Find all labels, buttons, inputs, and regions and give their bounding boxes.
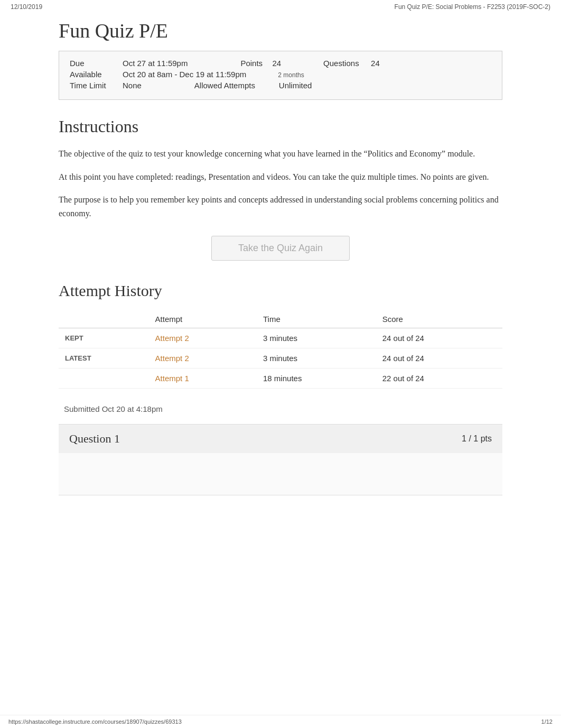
questions-label: Questions bbox=[323, 59, 371, 68]
attempt-history-title: Attempt History bbox=[59, 282, 502, 300]
main-content: Fun Quiz P/E Due Oct 27 at 11:59pm Point… bbox=[43, 14, 518, 527]
attempt1-link[interactable]: Attempt 1 bbox=[155, 374, 189, 383]
instructions-title: Instructions bbox=[59, 117, 502, 136]
row3-score: 22 out of 24 bbox=[376, 368, 502, 389]
table-header-row: Attempt Time Score bbox=[59, 310, 502, 328]
top-bar-title: Fun Quiz P/E: Social Problems - F2253 (2… bbox=[395, 3, 550, 11]
row1-label: KEPT bbox=[59, 328, 149, 348]
attempt-history-table: Attempt Time Score KEPT Attempt 2 3 minu… bbox=[59, 310, 502, 389]
question-body bbox=[59, 453, 502, 495]
row1-score: 24 out of 24 bbox=[376, 328, 502, 348]
submitted-text: Submitted Oct 20 at 4:18pm bbox=[59, 404, 502, 413]
meta-row-timelimit: Time Limit None Allowed Attempts Unlimit… bbox=[70, 81, 491, 90]
meta-row-available: Available Oct 20 at 8am - Dec 19 at 11:5… bbox=[70, 70, 491, 79]
table-row: Attempt 1 18 minutes 22 out of 24 bbox=[59, 368, 502, 389]
col-time: Time bbox=[257, 310, 376, 328]
questions-value: 24 bbox=[371, 59, 380, 68]
time-limit-label: Time Limit bbox=[70, 81, 123, 90]
instructions-p1: The objective of the quiz to test your k… bbox=[59, 147, 502, 161]
top-bar: 12/10/2019 Fun Quiz P/E: Social Problems… bbox=[0, 0, 561, 14]
row2-attempt: Attempt 2 bbox=[149, 348, 257, 368]
instructions-p3: The purpose is to help you remember key … bbox=[59, 193, 502, 220]
row3-label bbox=[59, 368, 149, 389]
attempt2-link-latest[interactable]: Attempt 2 bbox=[155, 354, 189, 363]
question-title: Question 1 bbox=[69, 432, 120, 446]
points-label: Points bbox=[240, 59, 272, 68]
row2-time: 3 minutes bbox=[257, 348, 376, 368]
instructions-p2: At this point you have completed: readin… bbox=[59, 170, 502, 184]
col-score: Score bbox=[376, 310, 502, 328]
take-quiz-btn-wrap: Take the Quiz Again bbox=[59, 236, 502, 261]
available-note: 2 months bbox=[278, 71, 304, 79]
quiz-title: Fun Quiz P/E bbox=[59, 19, 502, 42]
row3-time: 18 minutes bbox=[257, 368, 376, 389]
available-value: Oct 20 at 8am - Dec 19 at 11:59pm bbox=[123, 70, 246, 79]
col-label bbox=[59, 310, 149, 328]
meta-row-due: Due Oct 27 at 11:59pm Points 24 Question… bbox=[70, 59, 491, 68]
question-pts: 1 / 1 pts bbox=[462, 434, 492, 444]
question-header: Question 1 1 / 1 pts bbox=[59, 424, 502, 453]
take-quiz-button[interactable]: Take the Quiz Again bbox=[211, 236, 350, 261]
allowed-attempts-label: Allowed Attempts bbox=[194, 81, 279, 90]
row3-attempt: Attempt 1 bbox=[149, 368, 257, 389]
col-attempt: Attempt bbox=[149, 310, 257, 328]
row2-label: LATEST bbox=[59, 348, 149, 368]
row2-score: 24 out of 24 bbox=[376, 348, 502, 368]
quiz-meta-box: Due Oct 27 at 11:59pm Points 24 Question… bbox=[59, 51, 502, 100]
attempt2-link-kept[interactable]: Attempt 2 bbox=[155, 334, 189, 343]
due-label: Due bbox=[70, 59, 123, 68]
time-limit-value: None bbox=[123, 81, 142, 90]
available-label: Available bbox=[70, 70, 123, 79]
row1-attempt: Attempt 2 bbox=[149, 328, 257, 348]
top-bar-date: 12/10/2019 bbox=[11, 3, 42, 11]
due-value: Oct 27 at 11:59pm bbox=[123, 59, 188, 68]
row1-time: 3 minutes bbox=[257, 328, 376, 348]
table-row: LATEST Attempt 2 3 minutes 24 out of 24 bbox=[59, 348, 502, 368]
allowed-attempts-value: Unlimited bbox=[279, 81, 312, 90]
table-row: KEPT Attempt 2 3 minutes 24 out of 24 bbox=[59, 328, 502, 348]
points-value: 24 bbox=[272, 59, 281, 68]
